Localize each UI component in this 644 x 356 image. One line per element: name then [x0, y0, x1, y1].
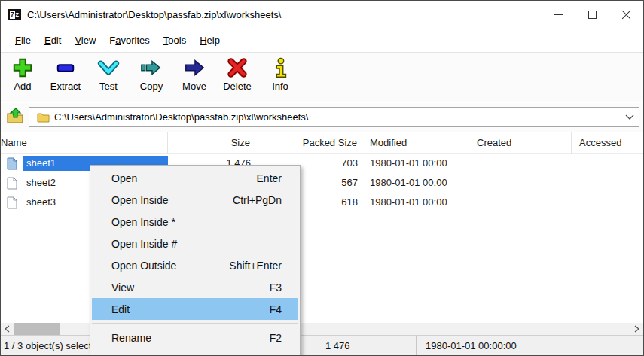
extract-icon [54, 56, 77, 79]
document-icon [7, 157, 17, 170]
file-name: sheet3 [23, 195, 59, 210]
document-icon [7, 177, 17, 190]
column-header-created[interactable]: Created [469, 132, 572, 154]
menu-item-shortcut: F3 [270, 281, 282, 294]
context-menu: OpenEnterOpen InsideCtrl+PgDnOpen Inside… [90, 165, 301, 356]
status-size: 1 476 [307, 336, 417, 356]
scroll-right-icon[interactable] [630, 323, 643, 335]
toolbar-label: Add [14, 81, 31, 92]
toolbar-label: Move [182, 81, 206, 92]
menu-item-label: Open Inside [111, 194, 233, 206]
menu-item-shortcut: Shift+Enter [229, 260, 282, 272]
context-menu-item-open-outside[interactable]: Open OutsideShift+Enter [92, 254, 298, 276]
minimize-button[interactable] [542, 1, 575, 29]
file-created [469, 193, 572, 212]
info-icon [269, 56, 291, 79]
toolbar-label: Delete [223, 81, 252, 92]
file-accessed [572, 173, 644, 193]
menu-item-shortcut: F2 [270, 332, 282, 344]
menu-file[interactable]: File [8, 32, 38, 49]
context-menu-item-rename[interactable]: RenameF2 [92, 327, 298, 348]
menu-item-label: Open Inside * [111, 216, 282, 228]
context-menu-item-copy-to[interactable]: Copy To...F5 [92, 348, 298, 356]
file-modified: 1980-01-01 00:00 [362, 154, 469, 173]
maximize-button[interactable] [575, 1, 609, 29]
menu-item-shortcut: F4 [270, 303, 282, 315]
info-button[interactable]: Info [263, 56, 298, 102]
menu-item-label: Rename [111, 332, 270, 344]
list-header: NameSizePacked SizeModifiedCreatedAccess… [1, 132, 643, 154]
menu-view[interactable]: View [68, 32, 102, 49]
file-modified: 1980-01-01 00:00 [362, 193, 469, 212]
menu-help[interactable]: Help [193, 32, 227, 49]
toolbar-label: Copy [140, 81, 163, 92]
menu-item-shortcut: Enter [257, 172, 282, 184]
address-row: C:\Users\Administrator\Desktop\passfab.z… [1, 103, 643, 132]
7zip-file-manager-window: 7z C:\Users\Administrator\Desktop\passfa… [0, 0, 644, 356]
menu-item-shortcut: F5 [270, 354, 282, 356]
column-header-name[interactable]: Name [1, 132, 168, 154]
close-icon [621, 10, 631, 20]
column-header-size[interactable]: Size [168, 132, 255, 154]
toolbar-label: Info [272, 81, 288, 92]
file-created [469, 154, 572, 173]
close-button[interactable] [609, 1, 643, 29]
folder-icon [37, 112, 50, 123]
menubar: FileEditViewFavoritesToolsHelp [1, 29, 643, 52]
minimize-icon [554, 14, 563, 15]
delete-button[interactable]: Delete [220, 56, 255, 102]
window-controls [542, 1, 643, 29]
add-icon [11, 56, 34, 79]
menu-edit[interactable]: Edit [38, 32, 68, 49]
toolbar-label: Test [99, 81, 118, 92]
menu-tools[interactable]: Tools [157, 32, 193, 49]
parent-folder-icon [6, 107, 24, 127]
menu-item-shortcut: Ctrl+PgDn [233, 194, 282, 206]
context-menu-item-open[interactable]: OpenEnter [92, 167, 298, 189]
menu-separator [92, 320, 298, 327]
titlebar: 7z C:\Users\Administrator\Desktop\passfa… [1, 1, 643, 29]
file-name: sheet2 [23, 175, 59, 190]
menu-item-label: Edit [111, 303, 270, 315]
file-modified: 1980-01-01 00:00 [362, 173, 469, 193]
copy-icon [140, 56, 163, 79]
7z-logo-icon: 7z [8, 9, 21, 20]
maximize-icon [588, 11, 597, 19]
column-header-modified[interactable]: Modified [362, 132, 469, 154]
copy-button[interactable]: Copy [134, 56, 169, 102]
menu-favorites[interactable]: Favorites [102, 32, 156, 49]
file-accessed [572, 193, 644, 212]
menu-item-label: Open Outside [111, 260, 229, 272]
column-header-packed-size[interactable]: Packed Size [255, 132, 362, 154]
address-path: C:\Users\Administrator\Desktop\passfab.z… [54, 111, 621, 123]
scroll-left-icon[interactable] [1, 323, 14, 335]
toolbar-label: Extract [50, 81, 81, 92]
window-title: C:\Users\Administrator\Desktop\passfab.z… [27, 9, 281, 20]
document-icon [7, 196, 17, 209]
context-menu-item-open-inside[interactable]: Open InsideCtrl+PgDn [92, 189, 298, 211]
menu-item-label: Open Inside # [111, 238, 282, 250]
menu-item-label: Copy To... [111, 354, 270, 356]
context-menu-item-view[interactable]: ViewF3 [92, 276, 298, 298]
menu-item-label: View [111, 281, 270, 294]
context-menu-item-edit[interactable]: EditF4 [92, 298, 298, 320]
status-date: 1980-01-01 00:00:00 [417, 336, 644, 356]
chevron-down-icon[interactable] [621, 114, 639, 120]
context-menu-item-open-inside[interactable]: Open Inside * [92, 211, 298, 233]
extract-button[interactable]: Extract [48, 56, 83, 102]
add-button[interactable]: Add [5, 56, 40, 102]
context-menu-item-open-inside[interactable]: Open Inside # [92, 233, 298, 254]
column-header-accessed[interactable]: Accessed [572, 132, 644, 154]
file-accessed [572, 154, 644, 173]
parent-folder-button[interactable] [5, 107, 26, 127]
test-icon [97, 56, 120, 79]
toolbar: AddExtractTestCopyMoveDeleteInfo [1, 52, 643, 102]
move-icon [183, 56, 206, 79]
delete-icon [226, 56, 249, 79]
scrollbar-thumb[interactable] [14, 323, 60, 335]
address-combobox[interactable]: C:\Users\Administrator\Desktop\passfab.z… [29, 107, 639, 127]
menu-item-label: Open [111, 172, 257, 184]
file-created [469, 173, 572, 193]
test-button[interactable]: Test [91, 56, 126, 102]
move-button[interactable]: Move [177, 56, 212, 102]
